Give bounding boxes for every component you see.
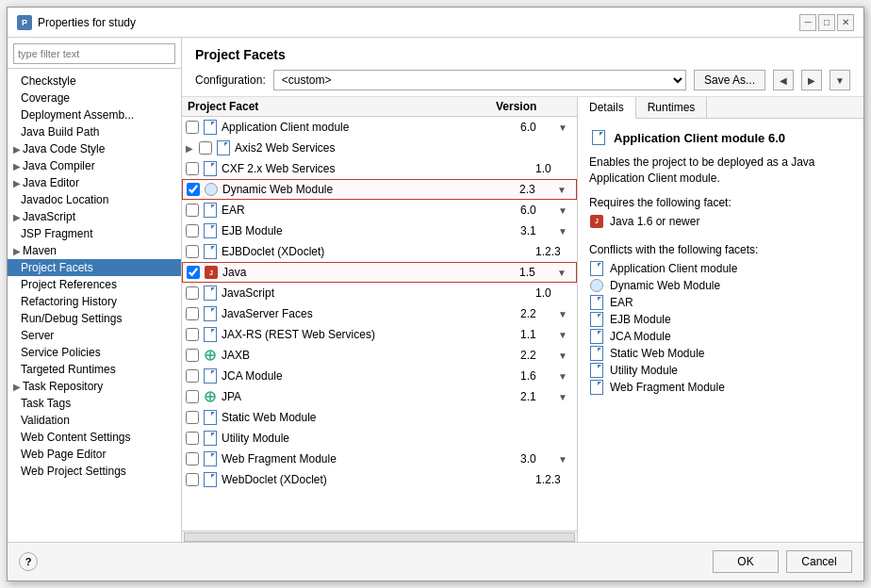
nav-down-button[interactable]: ▼ [830, 70, 850, 90]
facet-dropdown-jca[interactable]: ▼ [558, 371, 573, 382]
facet-checkbox-javascript[interactable] [186, 286, 199, 300]
sidebar-item-web-project[interactable]: Web Project Settings [8, 463, 181, 480]
sidebar-item-java-code-style[interactable]: ▶Java Code Style [8, 140, 181, 157]
facet-name-jaxb: JAXB [222, 349, 520, 362]
config-label: Configuration: [195, 74, 266, 87]
dialog-title: Properties for study [38, 16, 136, 29]
nav-forward-button[interactable]: ▶ [801, 70, 822, 90]
sidebar-item-javadoc[interactable]: Javadoc Location [8, 191, 181, 208]
sidebar-item-task-tags[interactable]: Task Tags [8, 395, 181, 412]
config-row: Configuration: <custom> Save As... ◀ ▶ ▼ [195, 70, 850, 90]
facet-dropdown-ejb[interactable]: ▼ [558, 226, 573, 237]
sidebar-item-java-build-path[interactable]: Java Build Path [8, 123, 181, 140]
conflict-web-fragment-icon [589, 380, 604, 395]
facet-version-ejb: 3.1 [520, 224, 558, 237]
conflict-ejb-icon [589, 312, 604, 327]
facet-checkbox-dynamic-web[interactable] [187, 183, 200, 196]
sidebar-item-targeted-runtimes[interactable]: Targeted Runtimes [8, 361, 181, 378]
sidebar-item-java-compiler[interactable]: ▶Java Compiler [8, 157, 181, 174]
maximize-button[interactable]: □ [818, 14, 835, 31]
sidebar-item-deployment[interactable]: Deployment Assemb... [8, 106, 181, 123]
sidebar-item-server[interactable]: Server [8, 327, 181, 344]
facet-checkbox-cxf[interactable] [186, 162, 199, 175]
tab-details[interactable]: Details [578, 97, 636, 119]
sidebar-item-validation[interactable]: Validation [8, 412, 181, 429]
facet-dropdown-jaxb[interactable]: ▼ [558, 351, 573, 361]
facet-checkbox-web-fragment[interactable] [186, 452, 199, 466]
sidebar-item-service-policies[interactable]: Service Policies [8, 344, 181, 361]
sidebar-item-coverage[interactable]: Coverage [8, 90, 181, 106]
sidebar-item-javascript[interactable]: ▶JavaScript [8, 208, 181, 225]
details-requires-label: Requires the following facet: [589, 196, 852, 209]
facet-row-ejbdoclet: EJBDoclet (XDoclet) 1.2.3 [182, 241, 577, 262]
minimize-button[interactable]: ─ [799, 14, 816, 31]
sidebar-item-web-content[interactable]: Web Content Settings [8, 429, 181, 446]
sidebar-item-project-references[interactable]: Project References [8, 276, 181, 293]
close-button[interactable]: ✕ [837, 14, 854, 31]
facet-icon-java: J [204, 265, 219, 280]
config-select[interactable]: <custom> [273, 70, 686, 90]
facet-checkbox-static-web[interactable] [186, 411, 199, 424]
facet-dropdown-jsf[interactable]: ▼ [558, 309, 573, 319]
facet-version-jpa: 2.1 [520, 390, 558, 403]
details-item-icon [589, 128, 608, 147]
facet-dropdown-java[interactable]: ▼ [557, 268, 572, 278]
facet-checkbox-jsf[interactable] [186, 307, 199, 320]
facet-checkbox-java[interactable] [187, 266, 200, 279]
facet-dropdown-jpa[interactable]: ▼ [558, 392, 573, 402]
facet-dropdown-ear[interactable]: ▼ [558, 205, 573, 216]
facet-icon-jaxb [203, 348, 218, 363]
facet-checkbox-ejbdoclet[interactable] [186, 245, 199, 258]
facet-checkbox-axis2[interactable] [199, 141, 212, 155]
sidebar-item-task-repository[interactable]: ▶Task Repository [8, 378, 181, 395]
tab-runtimes[interactable]: Runtimes [636, 97, 708, 118]
facet-checkbox-jpa[interactable] [186, 390, 199, 403]
sidebar-item-java-editor[interactable]: ▶Java Editor [8, 174, 181, 191]
facet-name-ear: EAR [222, 204, 520, 217]
facet-version-jca: 1.6 [520, 369, 558, 383]
filter-input[interactable] [13, 43, 175, 64]
details-conflicts-label: Conflicts with the following facets: [589, 243, 852, 256]
facet-icon-static-web [203, 410, 218, 425]
facet-dropdown-dynamic-web[interactable]: ▼ [557, 185, 572, 195]
nav-back-button[interactable]: ◀ [773, 70, 794, 90]
facet-name-ejb: EJB Module [222, 224, 520, 237]
help-button[interactable]: ? [19, 552, 38, 571]
conflict-app-client-name: Application Client module [610, 262, 737, 275]
sidebar-item-maven[interactable]: ▶Maven [8, 242, 181, 259]
requires-java-icon: J [589, 214, 604, 229]
facet-checkbox-jaxb[interactable] [186, 349, 199, 362]
ok-button[interactable]: OK [713, 550, 779, 573]
facet-checkbox-utility[interactable] [186, 432, 199, 445]
sidebar-item-jsp-fragment[interactable]: JSP Fragment [8, 225, 181, 242]
horizontal-scrollbar[interactable] [184, 532, 575, 542]
facet-icon-jaxrs [203, 327, 218, 342]
sidebar-item-refactoring-history[interactable]: Refactoring History [8, 293, 181, 310]
save-as-button[interactable]: Save As... [694, 70, 765, 90]
sidebar-item-run-debug[interactable]: Run/Debug Settings [8, 310, 181, 327]
facet-checkbox-ear[interactable] [186, 204, 199, 217]
content-main: Project Facet Version Application Client… [182, 97, 863, 542]
sidebar-item-checkstyle[interactable]: Checkstyle [8, 73, 181, 90]
facet-checkbox-app-client[interactable] [186, 121, 199, 134]
facet-name-jaxrs: JAX-RS (REST Web Services) [222, 328, 520, 341]
facet-checkbox-webdoclet[interactable] [186, 473, 199, 486]
facet-dropdown-web-fragment[interactable]: ▼ [558, 454, 573, 465]
facet-checkbox-ejb[interactable] [186, 224, 199, 237]
facet-row-utility: Utility Module [182, 428, 577, 449]
cancel-button[interactable]: Cancel [786, 550, 852, 573]
facet-version-ear: 6.0 [520, 204, 558, 217]
sidebar-item-web-page-editor[interactable]: Web Page Editor [8, 446, 181, 463]
facet-icon-jca [203, 368, 218, 384]
conflict-ejb-name: EJB Module [610, 313, 671, 326]
facet-checkbox-jaxrs[interactable] [186, 328, 199, 341]
facet-checkbox-jca[interactable] [186, 369, 199, 383]
sidebar-item-project-facets[interactable]: Project Facets [8, 259, 181, 276]
facet-row-jsf: JavaServer Faces 2.2 ▼ [182, 303, 577, 324]
facet-dropdown-app-client[interactable]: ▼ [558, 122, 573, 133]
facet-dropdown-jaxrs[interactable]: ▼ [558, 330, 573, 340]
details-conflict-dynamic-web: Dynamic Web Module [589, 277, 852, 294]
dialog-body: Checkstyle Coverage Deployment Assemb...… [8, 38, 863, 542]
expand-arrow-axis2[interactable]: ▶ [186, 143, 197, 154]
properties-dialog: P Properties for study ─ □ ✕ Checkstyle … [7, 7, 864, 581]
